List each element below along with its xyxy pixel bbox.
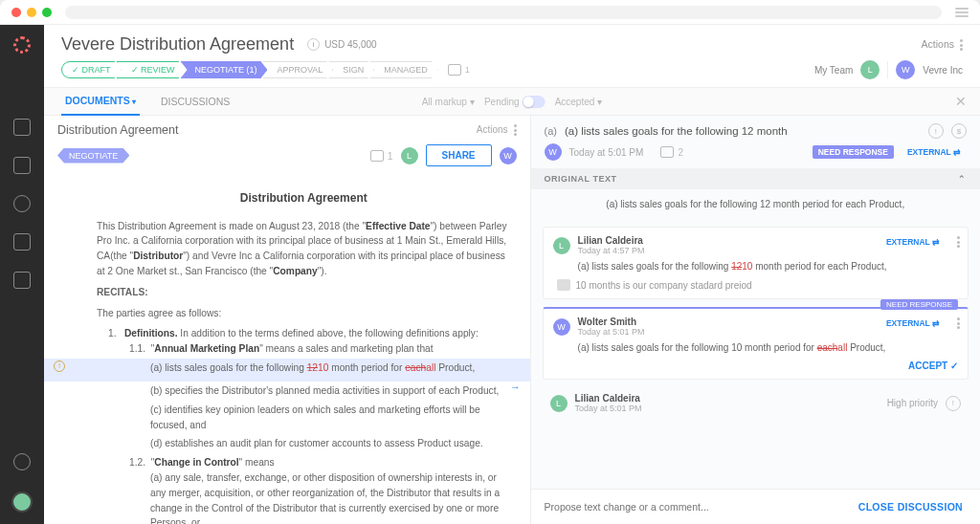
warning-icon: ! xyxy=(54,360,65,372)
dollar-icon[interactable]: $ xyxy=(951,123,967,139)
tab-documents[interactable]: DOCUMENTS xyxy=(61,87,140,116)
document-body: Distribution Agreement This Distribution… xyxy=(44,174,530,524)
arrow-right-icon: → xyxy=(510,380,520,395)
info-circle-icon[interactable]: ! xyxy=(928,123,944,139)
comment-preview[interactable]: L Lilian CaldeiraToday at 5:01 PM High p… xyxy=(539,387,972,419)
kebab-menu-icon[interactable] xyxy=(957,317,960,329)
highlighted-clause[interactable]: ! (a) lists sales goals for the followin… xyxy=(44,359,530,382)
counterparty-label: Vevre Inc xyxy=(923,65,963,76)
filter-pending[interactable]: Pending xyxy=(484,96,546,108)
comment-avatar: L xyxy=(550,395,568,412)
comment-time: Today at 5:01 PM xyxy=(575,404,642,413)
window-minimize-icon[interactable] xyxy=(27,8,36,17)
tab-discussions[interactable]: DISCUSSIONS xyxy=(157,88,234,115)
hamburger-menu-icon[interactable] xyxy=(955,8,969,17)
doc-comment-count-icon[interactable]: 1 xyxy=(370,150,393,162)
comment-author: Lilian Caldeira xyxy=(578,235,645,246)
folder-icon[interactable] xyxy=(13,233,31,251)
comment-author: Lilian Caldeira xyxy=(575,393,642,404)
stage-managed[interactable]: MANAGED xyxy=(369,61,438,78)
clause-label: (a) xyxy=(545,125,557,137)
counterparty-avatar[interactable]: W xyxy=(896,60,915,79)
doc-heading: Distribution Agreement xyxy=(97,189,511,207)
stage-draft[interactable]: DRAFT xyxy=(61,61,122,78)
author-avatar: W xyxy=(545,143,562,161)
doc-actions[interactable]: Actions xyxy=(477,124,517,136)
url-bar[interactable] xyxy=(65,6,942,19)
help-icon[interactable] xyxy=(13,453,31,470)
discussion-time: Today at 5:01 PM xyxy=(569,147,644,158)
comment-card: L Lilian CaldeiraToday at 4:57 PM EXTERN… xyxy=(543,227,969,299)
quote-icon xyxy=(557,279,570,291)
stage-negotiate[interactable]: NEGOTIATE (1) xyxy=(181,61,268,78)
external-badge: EXTERNAL ⇄ xyxy=(880,235,946,249)
comment-quote: 10 months is our company stadard preiod xyxy=(576,280,752,291)
comment-avatar: L xyxy=(553,237,570,254)
discussion-count-icon[interactable]: 1 xyxy=(448,64,470,76)
user-avatar[interactable] xyxy=(11,491,33,513)
stage-review[interactable]: REVIEW xyxy=(117,61,186,78)
kebab-menu-icon xyxy=(960,39,963,51)
chevron-up-icon: ⌃ xyxy=(958,174,967,184)
activity-icon[interactable] xyxy=(13,157,31,174)
comment-card: NEED RESPONSE W Wolter SmithToday at 5:0… xyxy=(543,307,969,380)
comment-time: Today at 4:57 PM xyxy=(578,246,645,255)
my-team-avatar[interactable]: L xyxy=(860,60,880,79)
comment-time: Today at 5:01 PM xyxy=(578,327,645,337)
filter-markup[interactable]: All markup ▾ xyxy=(422,97,475,107)
need-response-tag: NEED RESPONSE xyxy=(880,299,958,310)
comment-input[interactable] xyxy=(531,490,841,524)
left-sidebar xyxy=(0,25,44,524)
stage-approval[interactable]: APPROVAL xyxy=(262,61,333,78)
logo-icon xyxy=(13,36,31,54)
discussion-title: (a) lists sales goals for the following … xyxy=(565,125,921,137)
need-response-badge: NEED RESPONSE xyxy=(813,145,894,159)
doc-avatar-1[interactable]: L xyxy=(401,147,418,164)
stage-sign[interactable]: SIGN xyxy=(328,61,374,78)
close-icon[interactable]: ✕ xyxy=(955,94,967,109)
external-badge: EXTERNAL ⇄ xyxy=(880,317,946,330)
clock-icon[interactable] xyxy=(13,195,31,212)
external-badge: EXTERNAL ⇄ xyxy=(902,145,967,159)
close-discussion-button[interactable]: CLOSE DISCUSSION xyxy=(841,490,980,524)
page-title: Vevere Distribution Agreement xyxy=(61,34,294,55)
settings-icon[interactable] xyxy=(13,272,31,289)
window-maximize-icon[interactable] xyxy=(42,8,52,17)
original-text-body: (a) lists sales goals for the following … xyxy=(531,189,980,219)
doc-avatar-2[interactable]: W xyxy=(500,147,517,164)
comment-avatar: W xyxy=(553,318,570,336)
kebab-menu-icon[interactable] xyxy=(957,236,960,248)
header-actions[interactable]: Actions xyxy=(922,38,963,51)
share-button[interactable]: SHARE xyxy=(426,144,492,166)
info-icon: i xyxy=(307,38,320,51)
document-title: Distribution Agreement xyxy=(57,123,469,137)
reply-count-icon: 2 xyxy=(660,146,683,158)
doc-stage-pill: NEGOTIATE xyxy=(57,148,129,164)
window-close-icon[interactable] xyxy=(11,8,21,17)
kebab-menu-icon xyxy=(514,124,517,136)
priority-label: High priority xyxy=(887,398,938,408)
priority-icon: ! xyxy=(946,396,961,411)
comment-author: Wolter Smith xyxy=(578,317,645,327)
contract-amount: USD 45,000 xyxy=(324,39,376,50)
my-team-label: My Team xyxy=(814,65,853,76)
browser-chrome xyxy=(0,0,980,25)
edit-icon[interactable] xyxy=(13,119,31,136)
pending-toggle[interactable] xyxy=(523,96,546,108)
filter-accepted[interactable]: Accepted ▾ xyxy=(555,97,603,107)
original-text-header[interactable]: ORIGINAL TEXT⌃ xyxy=(531,168,980,189)
accept-button[interactable]: ACCEPT ✓ xyxy=(553,360,958,371)
